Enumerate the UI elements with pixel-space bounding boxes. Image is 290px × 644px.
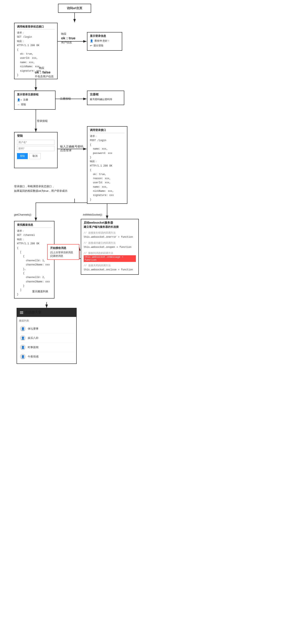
chat-header: 在线聊天室 bbox=[17, 308, 76, 317]
login-form-title: 登陆 bbox=[17, 134, 55, 138]
ws-code-open-comment: // 连接成功建立的回调方法 bbox=[84, 241, 136, 245]
channel-icon-2: 👤 bbox=[20, 335, 26, 341]
channel-name-1: 体坛赛事 bbox=[28, 327, 39, 330]
show-login-info-title: 显示登录信息 bbox=[90, 34, 119, 38]
chat-body: 频道列表 👤 体坛赛事 👤 娱乐八卦 👤 时事新闻 👤 午夜情感 bbox=[17, 317, 76, 364]
ws-code-open: this.websocket.onopen = function bbox=[84, 245, 136, 249]
ws-code-close: this.websocket.onclose = function bbox=[84, 268, 136, 272]
show-reg-buttons-box: 显示登录注册按钮 👤+ 注册 → 登陆 bbox=[14, 90, 56, 110]
logout-label: 退出登陆 bbox=[93, 44, 103, 47]
begin-receive-line1: 开始接收消息 bbox=[50, 246, 76, 250]
ws-code-error-comment: // 连接发生错误的回调方法 bbox=[84, 231, 136, 235]
reg-box: 注册框 账号密码确认密码等 bbox=[87, 90, 124, 105]
ws-code-close-comment: // 连接关闭的回调方法 bbox=[84, 264, 136, 268]
ws-title-line1: 启动websocket服务器 bbox=[84, 221, 136, 225]
resp-false-line2: ok：false bbox=[35, 70, 54, 75]
login-button-row: → 登陆 bbox=[17, 103, 53, 106]
reg-box-content: 账号密码确认密码等 bbox=[90, 98, 121, 101]
channel-name-4: 午夜情感 bbox=[28, 355, 39, 358]
find-channel-title: 查找频道信息 bbox=[17, 223, 52, 228]
call-login-api-box: 调用登录接口 请求： POST /login { name: xxx, pass… bbox=[87, 126, 127, 204]
call-login-title: 调用登录接口 bbox=[90, 128, 124, 133]
input-correct-label: 输入正确账号密码 点击登录 bbox=[60, 145, 83, 152]
hamburger-icon[interactable] bbox=[20, 311, 23, 314]
user-icon: 👤 bbox=[90, 39, 93, 42]
init-websocket-label: initWebSocket(); bbox=[83, 213, 102, 216]
response-ok-false-label: 响应 ok：false 不包含用户信息 bbox=[14, 66, 54, 78]
channel-icon-1: 👤 bbox=[20, 326, 26, 332]
login-success-line1: 登录接口，和检测登录状态接口， bbox=[14, 184, 67, 189]
login-buttons: 登陆 取消 bbox=[17, 153, 55, 159]
reg-button-row: 👤+ 注册 bbox=[17, 98, 53, 102]
response-ok-true-label: 响应 ok：true 用户信息 bbox=[61, 32, 75, 44]
websocket-server-box: 启动websocket服务器 建立客户端与服务器的长连接 // 连接发生错误的回… bbox=[81, 219, 139, 275]
channel-name-2: 娱乐八卦 bbox=[28, 336, 39, 340]
begin-receive-line3: (2)新的消息 bbox=[50, 254, 76, 258]
login-form-box: 登陆 登陆 取消 bbox=[14, 132, 58, 168]
channel-item-4[interactable]: 👤 午夜情感 bbox=[19, 352, 74, 362]
channel-icon-3: 👤 bbox=[20, 344, 26, 350]
show-channel-list-label: 显示频道列表 bbox=[32, 290, 48, 293]
check-login-title: 调用检查登录状态接口 bbox=[17, 25, 55, 30]
channel-item-3[interactable]: 👤 时事新闻 bbox=[19, 343, 74, 352]
ws-code-error: this.websocket.onerror = function bbox=[84, 235, 136, 239]
resp-true-line2: ok：true bbox=[61, 36, 75, 40]
show-reg-title: 显示登录注册按钮 bbox=[17, 93, 53, 96]
login-submit-button[interactable]: 登陆 bbox=[17, 153, 28, 159]
channel-item-1[interactable]: 👤 体坛赛事 bbox=[19, 324, 74, 334]
username-input[interactable] bbox=[17, 140, 55, 145]
reg-btn-label: 注册 bbox=[23, 98, 28, 102]
input-line1: 输入正确账号密码 bbox=[60, 145, 83, 148]
begin-receive-line2: (1)上次登录后的消息 bbox=[50, 251, 76, 254]
get-channels-label: getChannels(); bbox=[14, 213, 32, 216]
password-input[interactable] bbox=[17, 146, 55, 151]
chat-ui-box: 在线聊天室 频道列表 👤 体坛赛事 👤 娱乐八卦 👤 时事新闻 👤 午夜情感 bbox=[17, 308, 77, 364]
login-cancel-button[interactable]: 取消 bbox=[29, 153, 41, 159]
login-btn-label: 登陆 bbox=[21, 103, 26, 106]
reg-plus-icon: 👤+ bbox=[17, 98, 22, 101]
show-login-info-box: 显示登录信息 👤 蔡徐坤 您好！ ↩ 退出登陆 bbox=[87, 32, 122, 51]
ws-code-message-comment: // 接收到消息的回调方法 bbox=[84, 251, 136, 255]
login-button-label: 登录按钮 bbox=[37, 119, 48, 123]
user-greeting: 蔡徐坤 您好！ bbox=[94, 39, 110, 42]
logout-icon: ↩ bbox=[90, 44, 92, 47]
url-home-label: 访问url主页 bbox=[67, 6, 82, 10]
login-success-label: 登录接口，和检测登录状态接口， 如果返回的相应数据ok为true，用户登录成功 bbox=[14, 184, 67, 193]
login-success-line2: 如果返回的相应数据ok为true，用户登录成功 bbox=[14, 189, 67, 193]
call-login-content: 请求： POST /login { name: xxx, password: x… bbox=[90, 134, 124, 202]
channel-section-title: 频道列表 bbox=[19, 319, 74, 322]
login-arrow-icon: → bbox=[17, 103, 20, 106]
begin-receive-box: 开始接收消息 (1)上次登录后的消息 (2)新的消息 bbox=[47, 244, 79, 260]
ws-code-message-highlight: this.websocket.onmessage = function bbox=[84, 255, 136, 262]
input-line2: 点击登录 bbox=[60, 148, 83, 152]
reg-box-title: 注册框 bbox=[90, 93, 121, 96]
resp-false-line3: 不包含用户信息 bbox=[35, 75, 54, 78]
logout-row: ↩ 退出登陆 bbox=[90, 44, 119, 47]
resp-true-line3: 用户信息 bbox=[61, 40, 75, 44]
reg-button-label: 注册按钮 bbox=[60, 97, 71, 100]
channel-name-3: 时事新闻 bbox=[28, 346, 39, 349]
resp-false-line1: 响应 bbox=[39, 66, 54, 70]
diagram-container: 访问url主页 调用检查登录状态接口 请求： GET /login 响应： HT… bbox=[0, 0, 290, 644]
find-channel-content: 请求： GET /channel 响应： HTTP/1.1 200 OK { [… bbox=[17, 229, 52, 296]
url-home-box: 访问url主页 bbox=[58, 4, 91, 13]
channel-icon-4: 👤 bbox=[20, 354, 26, 360]
channel-item-2[interactable]: 👤 娱乐八卦 bbox=[19, 334, 74, 343]
chat-title: 在线聊天室 bbox=[25, 310, 41, 315]
user-info-row: 👤 蔡徐坤 您好！ bbox=[90, 39, 119, 42]
ws-title-line2: 建立客户端与服务器的长连接 bbox=[84, 225, 136, 229]
resp-true-line1: 响应 bbox=[61, 32, 75, 36]
